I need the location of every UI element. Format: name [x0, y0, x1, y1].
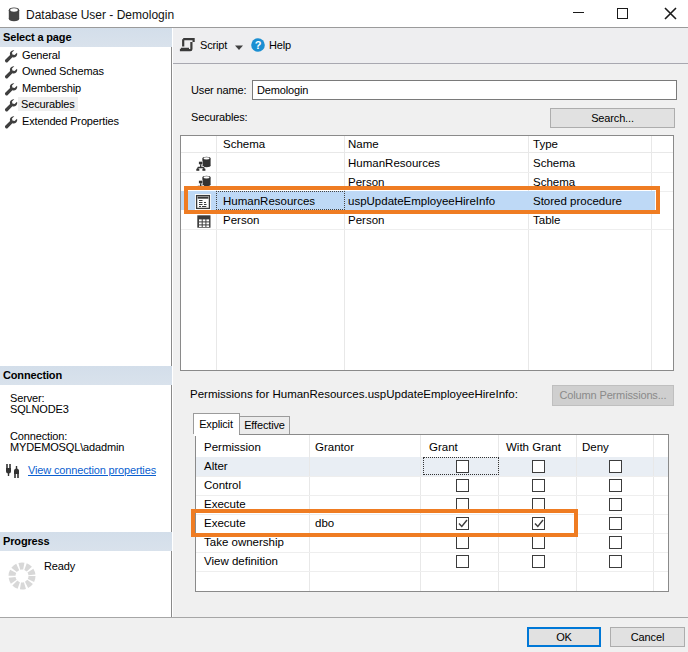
svg-text:?: ?: [254, 39, 261, 51]
